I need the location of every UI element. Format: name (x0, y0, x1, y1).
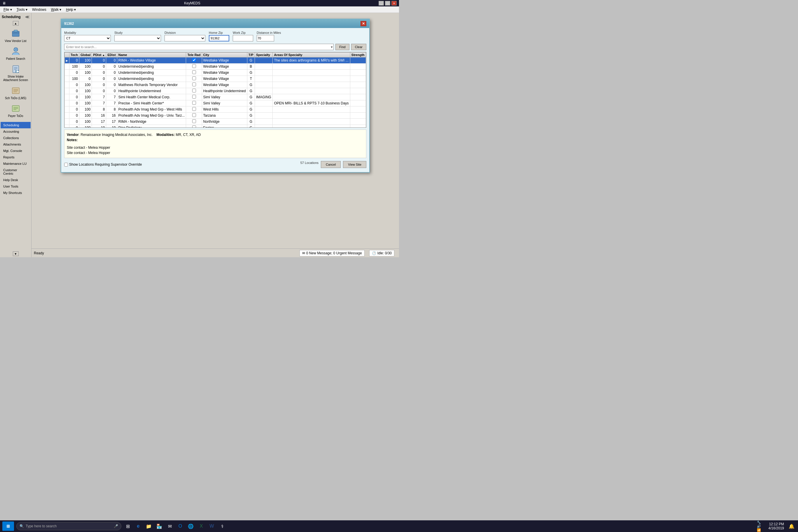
clear-button[interactable]: Clear (351, 44, 366, 50)
modality-select[interactable]: CT MR XR AD (64, 35, 111, 41)
sidebar-nav-customer[interactable]: Customer Centric (1, 167, 31, 177)
row-telerad (186, 113, 202, 119)
minimize-button[interactable]: _ (379, 1, 384, 5)
table-row[interactable]: 0 100 8 8 Prohealth Adv Imag Med Grp - W… (65, 107, 366, 113)
table-row[interactable]: ▶ 0 100 0 0 RIMA - Westlake Village West… (65, 57, 366, 63)
col-edist-header[interactable]: EDist (106, 53, 117, 57)
table-header-row: Tech Global PDist ▲ EDist Name Tele Rad … (65, 53, 366, 57)
row-name: Prohealth Adv Imag Med Grp - Univ. Tarz.… (117, 113, 186, 119)
row-tp: G (247, 82, 254, 88)
action-buttons: 57 Locations Cancel View Site (300, 161, 366, 168)
sidebar-nav-shortcuts[interactable]: My Shortcuts (1, 190, 31, 196)
sidebar-nav-accounting[interactable]: Accounting (1, 128, 31, 135)
vendor-table-wrap: Tech Global PDist ▲ EDist Name Tele Rad … (64, 52, 366, 128)
row-telerad (186, 125, 202, 128)
notes-line: Notes: (67, 137, 364, 142)
row-edist: 7 (106, 100, 117, 107)
study-select[interactable] (114, 35, 161, 41)
sidebar-nav-user-tools[interactable]: User Tools (1, 183, 31, 190)
find-button[interactable]: Find (336, 44, 349, 50)
menu-walk[interactable]: Walk ▾ (49, 7, 64, 12)
col-tech-header[interactable]: Tech (70, 53, 79, 57)
sidebar-nav-attachments[interactable]: Attachments (1, 141, 31, 148)
table-row[interactable]: 0 100 7 7 Precise - Simi Health Center* … (65, 100, 366, 107)
sidebar-nav-scheduling[interactable]: Scheduling (1, 122, 31, 128)
sidebar-nav-reports[interactable]: Reports (1, 154, 31, 160)
cancel-button[interactable]: Cancel (321, 161, 341, 168)
table-row[interactable]: 0 100 7 7 Simi Health Center Medical Cor… (65, 94, 366, 100)
row-pdist: 0 (92, 88, 106, 94)
row-global: 100 (79, 107, 92, 113)
row-city: Encino (202, 125, 247, 128)
col-areas-header[interactable]: Areas Of Specialty (273, 53, 350, 57)
col-specialty-header[interactable]: Specialty (254, 53, 273, 57)
maximize-button[interactable]: □ (385, 1, 390, 5)
col-tp-header[interactable]: T/P (247, 53, 254, 57)
table-row[interactable]: 0 100 19 19 Disc Radiology Encino G (65, 125, 366, 128)
homezip-input[interactable] (209, 35, 229, 41)
row-tp: G (247, 70, 254, 76)
row-areas (273, 82, 350, 88)
col-city-header[interactable]: City (202, 53, 247, 57)
patient-icon: 10 (11, 46, 21, 57)
row-strength (350, 76, 366, 82)
modal-close-button[interactable]: ✕ (361, 21, 366, 26)
table-row[interactable]: 100 100 0 0 Undetermined/pending Westlak… (65, 63, 366, 70)
row-pointer (65, 94, 70, 100)
supervisor-checkbox[interactable] (64, 163, 68, 167)
sidebar-scroll-down[interactable]: ▼ (13, 251, 19, 256)
sidebar-item-sch-todo[interactable]: Sch ToDo (LMS) (1, 84, 31, 101)
row-tp: G (247, 113, 254, 119)
app-icon: 🖥 (2, 1, 6, 5)
table-row[interactable]: 0 100 17 17 RIMA - Northridge Northridge… (65, 119, 366, 125)
sidebar-nav-mgt-console[interactable]: Mgt. Console (1, 148, 31, 154)
menu-help[interactable]: Help ▾ (63, 7, 78, 12)
sidebar-item-patient-search[interactable]: 10 Patient Search (1, 45, 31, 62)
row-city: Westlake Village (202, 63, 247, 70)
sidebar-item-intake-attachment[interactable]: ▶ Show Intake Attachment Screen (1, 62, 31, 83)
row-telerad (186, 100, 202, 107)
row-specialty (254, 119, 273, 125)
close-button[interactable]: ✕ (392, 1, 397, 5)
distance-input[interactable] (256, 35, 274, 41)
table-row[interactable]: 0 100 0 0 Matthews Richards Temporary Ve… (65, 82, 366, 88)
table-row[interactable]: 0 100 16 16 Prohealth Adv Imag Med Grp -… (65, 113, 366, 119)
col-pdist-header[interactable]: PDist ▲ (92, 53, 106, 57)
col-strength-header[interactable]: Strength (350, 53, 366, 57)
sidebar-nav-maintenance[interactable]: Maintenance LU (1, 160, 31, 167)
row-tp: G (247, 88, 254, 94)
table-row[interactable]: 100 0 0 0 Undetermined/pending Westlake … (65, 76, 366, 82)
division-select[interactable] (165, 35, 205, 41)
table-row[interactable]: 0 100 0 0 Healthpointe Undetermined Heal… (65, 88, 366, 94)
menu-file[interactable]: File ▾ (1, 7, 14, 12)
workzip-input[interactable] (233, 35, 253, 41)
row-telerad (186, 94, 202, 100)
col-telerad-header[interactable]: Tele Rad (186, 53, 202, 57)
schtodo-icon (11, 86, 21, 96)
svg-rect-0 (12, 31, 19, 36)
sidebar-item-payer-todo[interactable]: Payer ToDo (1, 102, 31, 119)
table-body: ▶ 0 100 0 0 RIMA - Westlake Village West… (65, 57, 366, 128)
row-tech: 0 (70, 119, 79, 125)
menu-tools[interactable]: Tools ▾ (14, 7, 30, 12)
sidebar-nav-helpdesk[interactable]: Help Desk (1, 177, 31, 183)
menu-windows[interactable]: Windows (30, 7, 49, 12)
search-input[interactable] (64, 44, 334, 50)
sidebar-scroll-up[interactable]: ▲ (13, 21, 19, 26)
sidebar-item-view-vendor-list[interactable]: View Vendor List (1, 27, 31, 44)
row-name: RIMA - Northridge (117, 119, 186, 125)
col-global-header[interactable]: Global (79, 53, 92, 57)
row-pdist: 0 (92, 63, 106, 70)
table-row[interactable]: 0 100 0 0 Undetermined/pending Westlake … (65, 70, 366, 76)
row-pdist: 0 (92, 57, 106, 63)
modal-overlay: 91362 ✕ Modality CT MR XR AD (32, 13, 399, 257)
view-site-button[interactable]: View Site (343, 161, 366, 168)
row-edist: 0 (106, 88, 117, 94)
row-strength (350, 100, 366, 107)
sidebar-nav-collections[interactable]: Collections (1, 135, 31, 141)
col-name-header[interactable]: Name (117, 53, 186, 57)
sidebar-collapse-button[interactable]: ≪ (25, 15, 30, 19)
row-name: Prohealth Adv Imag Med Grp - West Hills (117, 107, 186, 113)
row-global: 100 (79, 113, 92, 119)
search-dropdown-arrow-icon[interactable]: ▼ (330, 45, 333, 49)
